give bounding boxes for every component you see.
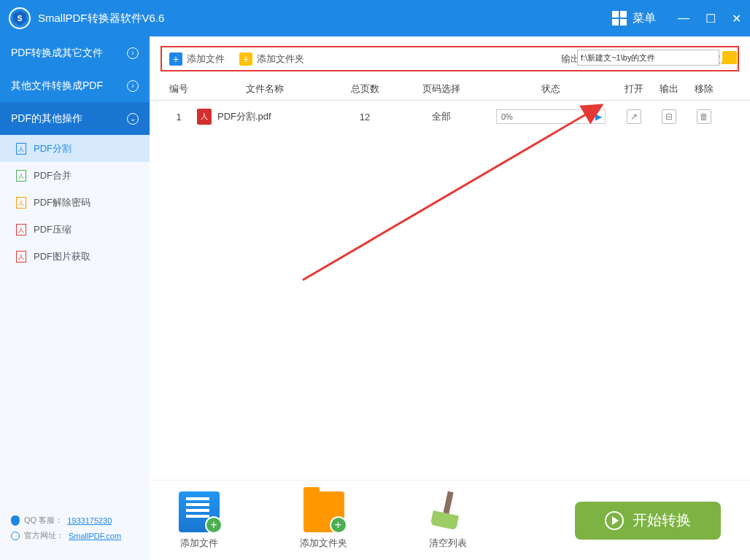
pdf-icon xyxy=(16,143,26,155)
qq-link[interactable]: 1933175230 xyxy=(67,516,112,525)
file-name: PDF分割.pdf xyxy=(217,110,271,123)
sidebar-cat-label: 其他文件转换成PDF xyxy=(11,79,103,93)
titlebar: S SmallPDF转换器软件V6.6 菜单 ― ☐ ✕ xyxy=(0,0,750,36)
big-add-folder-button[interactable]: 添加文件夹 xyxy=(300,491,347,550)
chevron-right-icon: › xyxy=(127,47,139,59)
big-add-file-button[interactable]: 添加文件 xyxy=(179,491,220,550)
col-status: 状态 xyxy=(485,82,616,96)
cell-page-select[interactable]: 全部 xyxy=(398,110,485,123)
menu-label: 菜单 xyxy=(633,11,656,26)
qq-icon xyxy=(11,516,20,526)
big-btn-label: 添加文件夹 xyxy=(300,537,347,550)
sidebar-item-merge[interactable]: PDF合并 xyxy=(0,162,150,189)
add-file-icon xyxy=(179,491,220,532)
progress-bar[interactable]: 0% ▶ xyxy=(496,109,606,124)
col-remove: 移除 xyxy=(687,82,722,96)
cell-name: 人 PDF分割.pdf xyxy=(197,109,332,125)
add-folder-label: 添加文件夹 xyxy=(257,52,304,66)
pdf-file-icon: 人 xyxy=(197,109,212,125)
sidebar-item-split[interactable]: PDF分割 xyxy=(0,135,150,162)
sidebar-cat-label: PDF的其他操作 xyxy=(11,112,82,125)
start-label: 开始转换 xyxy=(633,510,691,530)
sidebar-item-label: PDF压缩 xyxy=(34,223,71,236)
open-button[interactable]: ↗ xyxy=(627,109,641,124)
add-file-label: 添加文件 xyxy=(187,52,225,66)
table-row[interactable]: 1 人 PDF分割.pdf 12 全部 0% ▶ ↗ ⊟ 🗑 xyxy=(150,101,750,133)
sidebar-cat-label: PDF转换成其它文件 xyxy=(11,47,103,60)
globe-icon xyxy=(11,532,20,540)
browse-folder-button[interactable] xyxy=(722,51,737,64)
sidebar: PDF转换成其它文件 › 其他文件转换成PDF › PDF的其他操作 ⌄ PDF… xyxy=(0,36,150,560)
sidebar-item-label: PDF合并 xyxy=(34,169,71,182)
chevron-down-icon: ⌄ xyxy=(127,113,139,125)
app-title: SmallPDF转换器软件V6.6 xyxy=(38,12,612,26)
site-label: 官方网址： xyxy=(24,530,64,541)
chevron-right-icon: › xyxy=(127,80,139,92)
play-circle-icon xyxy=(605,511,624,530)
folder-plus-icon: + xyxy=(239,52,252,66)
site-link[interactable]: SmallPDF.com xyxy=(69,532,121,540)
add-folder-icon xyxy=(304,491,344,532)
bottom-bar: 添加文件 添加文件夹 清空列表 开始转换 xyxy=(150,480,750,560)
col-open: 打开 xyxy=(616,82,652,96)
output-button[interactable]: ⊟ xyxy=(662,109,676,124)
cell-status: 0% ▶ xyxy=(485,109,616,124)
qq-label: QQ 客服： xyxy=(24,515,63,526)
pdf-icon xyxy=(16,224,26,236)
sidebar-item-unlock[interactable]: PDF解除密码 xyxy=(0,189,150,216)
sidebar-footer: QQ 客服： 1933175230 官方网址： SmallPDF.com xyxy=(0,508,150,560)
cell-num: 1 xyxy=(161,112,197,122)
clear-icon xyxy=(428,491,468,532)
col-num: 编号 xyxy=(161,82,197,96)
pdf-icon xyxy=(16,251,26,262)
menu-button[interactable]: 菜单 xyxy=(612,11,656,26)
sidebar-item-label: PDF分割 xyxy=(34,142,71,155)
remove-button[interactable]: 🗑 xyxy=(697,109,711,124)
big-btn-label: 清空列表 xyxy=(429,537,467,550)
sidebar-item-label: PDF解除密码 xyxy=(34,196,90,209)
output-path-input[interactable] xyxy=(577,50,719,66)
maximize-button[interactable]: ☐ xyxy=(705,12,716,26)
sidebar-cat-pdf-ops[interactable]: PDF的其他操作 ⌄ xyxy=(0,102,150,135)
menu-grid-icon xyxy=(612,11,627,26)
add-folder-button[interactable]: + 添加文件夹 xyxy=(239,52,304,66)
col-page-select: 页码选择 xyxy=(398,82,485,96)
main-panel: + 添加文件 + 添加文件夹 输出目录： 原文件夹 自定义 xyxy=(150,36,750,560)
add-file-button[interactable]: + 添加文件 xyxy=(169,52,225,66)
big-btn-label: 添加文件 xyxy=(180,537,218,550)
sidebar-cat-pdf-to-other[interactable]: PDF转换成其它文件 › xyxy=(0,36,150,69)
start-convert-button[interactable]: 开始转换 xyxy=(575,502,721,540)
app-logo: S xyxy=(9,7,31,29)
col-pages: 总页数 xyxy=(332,82,398,96)
table-header: 编号 文件名称 总页数 页码选择 状态 打开 输出 移除 xyxy=(150,77,750,101)
play-icon: ▶ xyxy=(595,112,602,122)
pdf-icon xyxy=(16,170,26,182)
sidebar-item-extract-img[interactable]: PDF图片获取 xyxy=(0,243,150,270)
big-clear-button[interactable]: 清空列表 xyxy=(428,491,468,550)
sidebar-cat-other-to-pdf[interactable]: 其他文件转换成PDF › xyxy=(0,69,150,102)
sidebar-item-label: PDF图片获取 xyxy=(34,250,90,263)
cell-pages: 12 xyxy=(332,112,398,122)
pdf-icon xyxy=(16,197,26,209)
col-name: 文件名称 xyxy=(197,82,332,96)
col-output: 输出 xyxy=(652,82,687,96)
minimize-button[interactable]: ― xyxy=(678,12,689,26)
window-controls: ― ☐ ✕ xyxy=(678,12,741,26)
sidebar-item-compress[interactable]: PDF压缩 xyxy=(0,216,150,243)
progress-value: 0% xyxy=(501,112,513,121)
close-button[interactable]: ✕ xyxy=(732,12,741,26)
plus-icon: + xyxy=(169,52,182,66)
